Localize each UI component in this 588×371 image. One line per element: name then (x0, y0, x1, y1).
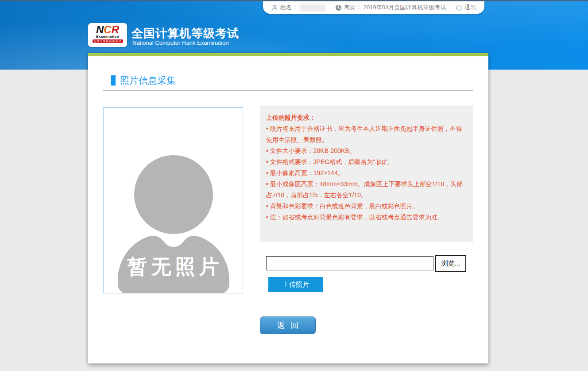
site-title: 全国计算机等级考试 (132, 26, 239, 41)
session-value: 2019年03月全国计算机等级考试 (364, 4, 446, 12)
requirements-title: 上传的照片要求： (266, 112, 467, 123)
page-title-marker (111, 75, 116, 86)
site-subtitle: National Computer Rank Examination (132, 39, 229, 46)
page: 姓名： 考次： 2019年03月全国计算机等级考试 退出 (0, 0, 588, 371)
user-info-bar: 姓名： 考次： 2019年03月全国计算机等级考试 退出 (263, 1, 484, 14)
file-path-input[interactable] (266, 256, 433, 270)
page-title: 照片信息采集 (120, 74, 176, 87)
exam-session-icon (335, 4, 342, 11)
exam-session-group: 考次： 2019年03月全国计算机等级考试 (335, 4, 446, 12)
name-label: 姓名： (280, 4, 298, 12)
content-inner: 照片信息采集 暂无照片 上传的照片要求： • 照片将来用于合格证书，应为考生本人… (88, 56, 488, 363)
title-divider (103, 90, 473, 91)
browse-button[interactable]: 浏览... (435, 255, 466, 272)
requirement-item: • 文件大小要求：20KB-200KB。 (266, 145, 467, 156)
session-label: 考次： (344, 4, 361, 12)
name-value-redacted (300, 4, 325, 12)
no-photo-label: 暂无照片 (104, 254, 243, 280)
logout-icon[interactable] (456, 4, 462, 11)
content-panel: 照片信息采集 暂无照片 上传的照片要求： • 照片将来用于合格证书，应为考生本人… (88, 53, 488, 363)
requirement-item: • 背景和色彩要求：白色或浅色背景，黑白或彩色照片。 (266, 201, 467, 212)
ncre-logo-banner: 全国计算机等级考试 (93, 39, 123, 43)
logout-group[interactable]: 退出 (456, 4, 476, 12)
ncre-logo-letters: NCR (96, 24, 119, 35)
requirement-item: • 照片将来用于合格证书，应为考生本人近期正面免冠半身证件照，不得使用生活照、美… (266, 123, 467, 145)
user-name-group: 姓名： (271, 4, 325, 12)
logout-label[interactable]: 退出 (464, 4, 476, 12)
back-button[interactable]: 返 回 (260, 316, 316, 334)
requirement-item: • 最小成像区高宽：48mm×33mm。成像区上下要求头上部空1/10，头部占7… (266, 179, 467, 201)
upload-photo-button[interactable]: 上传照片 (268, 277, 323, 292)
upload-requirements-box: 上传的照片要求： • 照片将来用于合格证书，应为考生本人近期正面免冠半身证件照，… (260, 105, 473, 242)
ncre-logo: NCR Examination 全国计算机等级考试 (88, 23, 127, 47)
requirement-item: • 文件格式要求：JPEG格式，后缀名为“.jpg”。 (266, 156, 467, 168)
green-accent-bar (88, 53, 488, 56)
person-icon (271, 4, 278, 11)
ncre-logo-examination: Examination (96, 35, 119, 39)
requirement-item: • 最小像素高宽：192×144。 (266, 168, 467, 179)
bottom-divider (103, 303, 473, 303)
photo-preview-box: 暂无照片 (103, 107, 243, 293)
requirement-item: • 注：如省或考点对背景色彩有要求，以省或考点通告要求为准。 (266, 212, 467, 223)
